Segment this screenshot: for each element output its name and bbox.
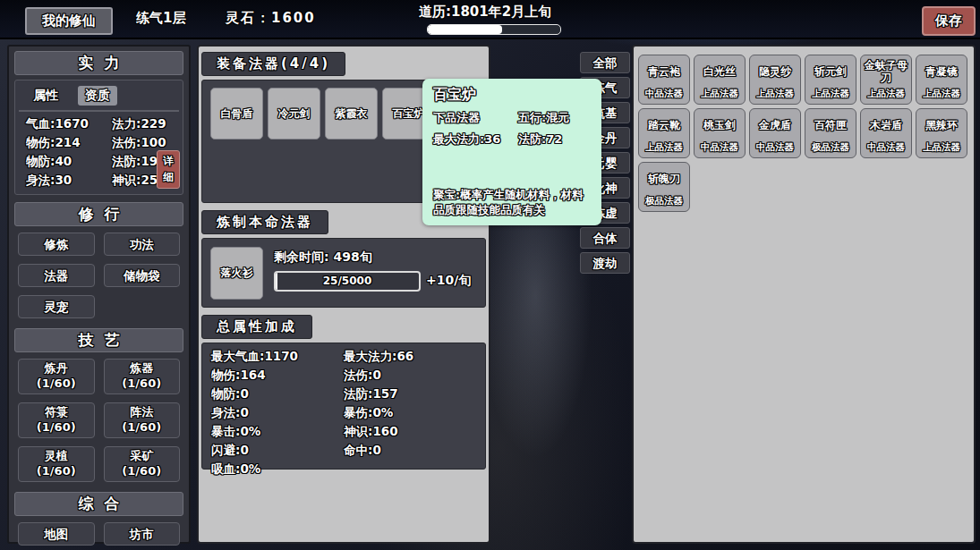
inventory-item-card[interactable]: 金蚨子母刀上品法器 — [860, 55, 912, 105]
sidebar-button-地图[interactable]: 地图 — [18, 522, 95, 546]
inventory-item-card[interactable]: 斩元剑上品法器 — [805, 55, 856, 105]
item-quality: 中品法器 — [750, 141, 800, 157]
bonus-stat: 法防:157 — [344, 386, 485, 402]
cultivation-buttons: 修炼功法法器储物袋灵宠 — [14, 231, 183, 320]
item-tooltip: 百宝炉 下品法器 五行:混元 最大法力:36 法防:72 聚宝:概率产生随机材料… — [422, 79, 601, 225]
inventory-panel: 青云袍中品法器白光丝上品法器隐灵纱上品法器斩元剑上品法器金蚨子母刀上品法器青凝镜… — [632, 45, 976, 544]
sidebar-button-坊市[interactable]: 坊市 — [104, 522, 181, 546]
bonus-stat: 最大法力:66 — [344, 349, 485, 365]
inventory-item-card[interactable]: 斩魄刀极品法器 — [638, 162, 690, 212]
refining-rate-label: +10/旬 — [426, 273, 471, 289]
item-quality: 极品法器 — [639, 195, 689, 211]
bonus-stat: 最大气血:1170 — [211, 349, 344, 365]
sidebar-button-功法[interactable]: 功法 — [104, 233, 181, 256]
sidebar-button-阵法[interactable]: 阵法(1/60) — [104, 402, 181, 438]
item-name: 桃玉剑 — [695, 109, 745, 141]
tooltip-max-mana: 最大法力:36 — [433, 131, 518, 148]
tooltip-skill-description: 聚宝:概率产生随机材料，材料品质跟随技能品质有关 — [433, 188, 591, 218]
inventory-item-card[interactable]: 踏云靴上品法器 — [638, 108, 690, 158]
refining-item-tile[interactable]: 落火衫 — [210, 247, 263, 300]
cultivation-section-header: 修行 — [14, 202, 183, 226]
sidebar-button-炼丹[interactable]: 炼丹(1/60) — [18, 359, 95, 394]
item-quality: 上品法器 — [916, 141, 967, 157]
sidebar-button-储物袋[interactable]: 储物袋 — [104, 264, 181, 287]
item-quality: 上品法器 — [861, 88, 911, 104]
detail-button[interactable]: 详细 — [157, 150, 180, 189]
item-quality: 极品法器 — [805, 141, 856, 157]
refining-time-label: 剩余时间: 498旬 — [274, 250, 372, 266]
item-quality: 上品法器 — [916, 88, 967, 104]
save-button[interactable]: 保存 — [922, 6, 976, 36]
bonus-stat: 命中:0 — [344, 443, 485, 459]
calendar-progress-fill — [428, 25, 502, 34]
bonus-stat: 物伤:164 — [211, 368, 344, 384]
filter-button-渡劫[interactable]: 渡劫 — [580, 252, 630, 274]
left-sidebar: 实力 属性资质 气血:1670法力:229物伤:214法伤:100物防:40法防… — [7, 45, 191, 544]
item-name: 青凝镜 — [916, 55, 967, 88]
refining-progress-text: 25/5000 — [276, 273, 419, 290]
filter-button-全部[interactable]: 全部 — [580, 52, 630, 73]
item-quality: 上品法器 — [639, 141, 689, 157]
inventory-item-card[interactable]: 白光丝上品法器 — [694, 55, 746, 105]
item-name: 黑辣环 — [916, 109, 967, 141]
item-quality: 上品法器 — [750, 88, 800, 104]
total-bonus-stats: 最大气血:1170最大法力:66物伤:164法伤:0物防:0法防:157身法:0… — [211, 349, 485, 478]
item-name: 白光丝 — [695, 55, 745, 88]
power-tabs: 属性资质 — [19, 84, 179, 112]
bonus-stat: 闪避:0 — [211, 443, 344, 459]
item-name: 隐灵纱 — [750, 55, 800, 88]
item-name: 金虎盾 — [750, 109, 800, 141]
sidebar-button-炼器[interactable]: 炼器(1/60) — [104, 359, 181, 394]
game-title-button[interactable]: 我的修仙 — [25, 7, 113, 35]
top-bar: 我的修仙 练气1层 灵石：1600 道历:1801年2月上旬 保存 — [0, 0, 980, 39]
power-section-header: 实力 — [14, 51, 183, 75]
inventory-item-card[interactable]: 金虎盾中品法器 — [749, 108, 801, 158]
power-stat: 法伤:100 — [112, 135, 179, 151]
item-quality: 中品法器 — [861, 141, 911, 157]
refining-header: 炼制本命法器 — [201, 210, 328, 234]
power-tab[interactable]: 属性 — [26, 86, 65, 106]
total-bonus-panel: 最大气血:1170最大法力:66物伤:164法伤:0物防:0法防:157身法:0… — [201, 343, 486, 470]
bonus-stat — [344, 461, 485, 478]
inventory-item-card[interactable]: 青凝镜上品法器 — [916, 55, 967, 105]
power-stat: 物伤:214 — [26, 135, 110, 151]
tooltip-grade: 下品法器 — [433, 110, 518, 126]
filter-button-合体[interactable]: 合体 — [580, 227, 630, 249]
sidebar-button-采矿[interactable]: 采矿(1/60) — [104, 446, 181, 482]
equipment-slot-冷元剑[interactable]: 冷元剑 — [268, 88, 320, 140]
power-stats: 气血:1670法力:229物伤:214法伤:100物防:40法防:197身法:3… — [19, 116, 179, 189]
sidebar-button-法器[interactable]: 法器 — [18, 264, 95, 287]
power-tab[interactable]: 资质 — [78, 86, 117, 106]
sidebar-button-修炼[interactable]: 修炼 — [18, 233, 95, 256]
item-quality: 上品法器 — [695, 88, 745, 104]
item-name: 踏云靴 — [639, 109, 689, 141]
inventory-item-card[interactable]: 青云袍中品法器 — [638, 55, 690, 105]
sidebar-button-符箓[interactable]: 符箓(1/60) — [18, 402, 95, 438]
equipment-slot-白骨盾[interactable]: 白骨盾 — [210, 88, 263, 140]
item-name: 斩魄刀 — [639, 163, 689, 195]
sidebar-button-灵宠[interactable]: 灵宠 — [18, 295, 95, 318]
sidebar-button-灵植[interactable]: 灵植(1/60) — [18, 446, 95, 482]
item-quality: 上品法器 — [805, 88, 856, 104]
inventory-item-card[interactable]: 黑辣环上品法器 — [916, 108, 967, 158]
inventory-item-card[interactable]: 桃玉剑中品法器 — [694, 108, 746, 158]
spirit-stones-label: 灵石：1600 — [226, 10, 316, 27]
equipment-header: 装备法器(4/4) — [201, 52, 345, 76]
item-quality: 中品法器 — [639, 88, 689, 104]
bonus-stat: 身法:0 — [211, 405, 344, 421]
item-quality: 中品法器 — [695, 141, 745, 157]
inventory-item-card[interactable]: 百符匣极品法器 — [805, 108, 856, 158]
item-name: 青云袍 — [639, 55, 689, 88]
bonus-stat: 吸血:0% — [211, 461, 344, 478]
general-section-header: 综合 — [14, 492, 183, 516]
bonus-stat: 法伤:0 — [344, 368, 485, 384]
inventory-item-card[interactable]: 木岩盾中品法器 — [860, 108, 912, 158]
equipment-slot-紫霞衣[interactable]: 紫霞衣 — [325, 88, 378, 140]
refining-progress-bar: 25/5000 — [274, 271, 421, 292]
bonus-stat: 神识:160 — [344, 424, 485, 440]
general-buttons: 地图坊市灵脉战斗 — [14, 520, 183, 550]
realm-label: 练气1层 — [136, 10, 185, 27]
tooltip-magic-def: 法防:72 — [518, 131, 562, 148]
inventory-item-card[interactable]: 隐灵纱上品法器 — [749, 55, 801, 105]
total-bonus-header: 总属性加成 — [201, 315, 312, 339]
